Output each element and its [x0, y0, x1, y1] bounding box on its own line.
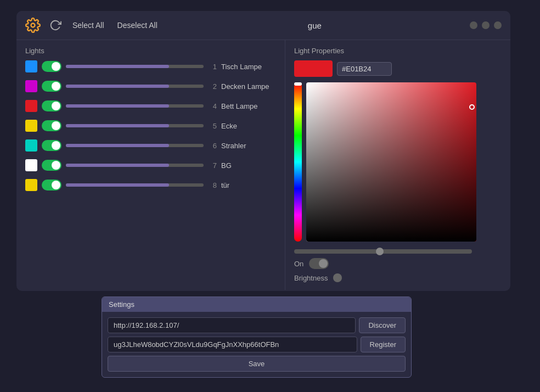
brightness-label: Brightness — [294, 274, 328, 282]
lights-panel: Lights 1 Tisch Lampe 2 Decken Lampe 4 Be… — [16, 40, 285, 290]
select-all-button[interactable]: Select All — [70, 20, 106, 31]
brightness-row: Brightness — [294, 273, 502, 282]
brightness-slider[interactable] — [66, 124, 204, 127]
svg-point-0 — [31, 24, 35, 27]
token-input[interactable] — [108, 337, 357, 352]
on-label: On — [294, 260, 303, 268]
token-row: Register — [108, 337, 406, 352]
light-number: 5 — [208, 122, 217, 130]
light-color-swatch[interactable] — [25, 139, 37, 152]
hue-thumb — [294, 82, 302, 86]
brightness-slider[interactable] — [66, 144, 204, 147]
brightness-slider[interactable] — [66, 104, 204, 108]
light-number: 4 — [208, 102, 217, 110]
body: Lights 1 Tisch Lampe 2 Decken Lampe 4 Be… — [16, 40, 510, 290]
lights-label: Lights — [25, 47, 276, 55]
register-button[interactable]: Register — [361, 337, 406, 352]
light-row: 8 tür — [25, 179, 276, 191]
settings-dialog: Settings Discover Register Save — [102, 296, 412, 378]
brightness-icon — [333, 273, 342, 282]
properties-label: Light Properties — [294, 47, 502, 55]
light-toggle[interactable] — [42, 61, 61, 72]
light-name: Bett Lampe — [221, 102, 276, 110]
refresh-icon[interactable] — [49, 19, 61, 31]
brightness-slider[interactable] — [66, 65, 204, 68]
brightness-slider[interactable] — [66, 164, 204, 167]
close-button[interactable] — [494, 21, 502, 29]
color-picker-area[interactable] — [306, 82, 476, 242]
light-color-swatch[interactable] — [25, 159, 37, 171]
saturation-slider[interactable] — [294, 249, 472, 254]
settings-title-bar: Settings — [102, 297, 411, 312]
brightness-fill — [66, 144, 169, 147]
color-picker-container — [294, 82, 502, 246]
app-title: gue — [168, 21, 461, 30]
light-name: Decken Lampe — [221, 82, 276, 91]
settings-body: Discover Register Save — [102, 312, 411, 377]
url-row: Discover — [108, 317, 406, 333]
light-number: 7 — [208, 161, 217, 170]
brightness-fill — [66, 104, 169, 108]
brightness-fill — [66, 85, 169, 88]
light-name: Ecke — [221, 122, 276, 130]
light-color-swatch[interactable] — [25, 60, 37, 72]
light-number: 6 — [208, 142, 217, 150]
light-number: 8 — [208, 181, 217, 189]
light-toggle[interactable] — [42, 180, 61, 191]
light-name: tür — [221, 181, 276, 189]
brightness-fill — [66, 183, 169, 187]
light-toggle[interactable] — [42, 140, 61, 151]
discover-button[interactable]: Discover — [359, 317, 406, 333]
light-toggle[interactable] — [42, 100, 61, 111]
light-row: 6 Strahler — [25, 139, 276, 152]
brightness-fill — [66, 124, 169, 127]
window-controls — [470, 21, 502, 29]
light-color-swatch[interactable] — [25, 80, 37, 92]
color-preview-box[interactable] — [294, 60, 333, 77]
app-panel: Select All Deselect All gue Lights 1 Tis… — [16, 11, 510, 291]
hue-slider[interactable] — [294, 82, 302, 242]
light-color-swatch[interactable] — [25, 120, 37, 132]
deselect-all-button[interactable]: Deselect All — [115, 20, 160, 31]
light-row: 4 Bett Lampe — [25, 100, 276, 112]
header: Select All Deselect All gue — [16, 11, 510, 40]
light-toggle[interactable] — [42, 81, 61, 92]
brightness-fill — [66, 164, 169, 167]
on-row: On — [294, 258, 502, 269]
light-row: 2 Decken Lampe — [25, 80, 276, 92]
light-toggle[interactable] — [42, 120, 61, 131]
light-color-swatch[interactable] — [25, 179, 37, 191]
light-row: 7 BG — [25, 159, 276, 171]
url-input[interactable] — [108, 317, 356, 333]
save-row: Save — [108, 356, 406, 372]
light-toggle[interactable] — [42, 160, 61, 171]
brightness-slider[interactable] — [66, 85, 204, 88]
brightness-slider[interactable] — [66, 183, 204, 187]
light-name: Tisch Lampe — [221, 63, 276, 71]
settings-title: Settings — [109, 300, 134, 309]
light-name: Strahler — [221, 142, 276, 150]
hex-color-input[interactable] — [337, 62, 392, 76]
maximize-button[interactable] — [482, 21, 490, 29]
saturation-thumb — [376, 248, 384, 255]
light-number: 1 — [208, 63, 217, 71]
light-number: 2 — [208, 82, 217, 91]
light-row: 1 Tisch Lampe — [25, 60, 276, 72]
light-row: 5 Ecke — [25, 120, 276, 132]
color-gradient — [306, 82, 476, 242]
light-name: BG — [221, 161, 276, 170]
minimize-button[interactable] — [470, 21, 477, 29]
properties-panel: Light Properties On — [285, 40, 510, 290]
gear-icon[interactable] — [25, 18, 41, 33]
color-preview-row — [294, 60, 502, 77]
on-toggle[interactable] — [309, 258, 329, 269]
save-button[interactable]: Save — [108, 356, 406, 372]
lights-list: 1 Tisch Lampe 2 Decken Lampe 4 Bett Lamp… — [25, 60, 276, 191]
brightness-fill — [66, 65, 169, 68]
light-color-swatch[interactable] — [25, 100, 37, 112]
